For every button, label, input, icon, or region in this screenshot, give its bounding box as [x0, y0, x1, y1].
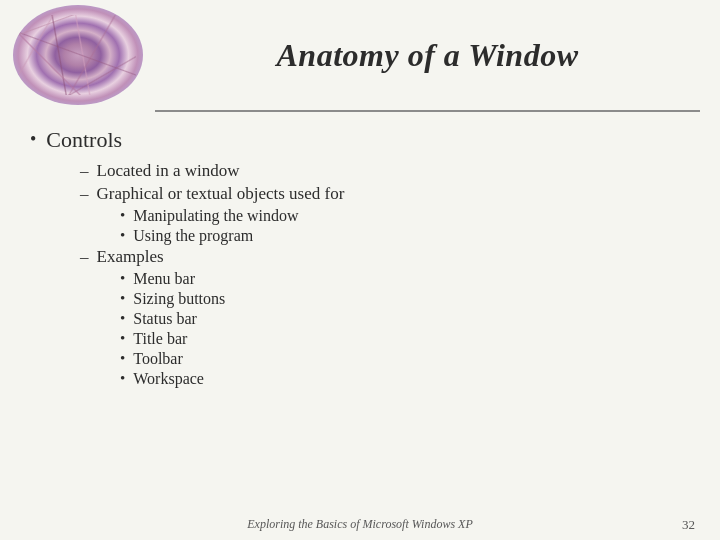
sub-dash-3: – — [80, 247, 89, 267]
small-text-toolbar: Toolbar — [133, 350, 183, 368]
main-bullet-icon: • — [30, 129, 36, 150]
slide-footer: Exploring the Basics of Microsoft Window… — [0, 509, 720, 540]
sub-sub-item-using: • Using the program — [120, 227, 690, 245]
footer-text: Exploring the Basics of Microsoft Window… — [247, 517, 473, 532]
sub-dash-1: – — [80, 161, 89, 181]
main-bullet-controls: • Controls — [30, 127, 690, 153]
small-text-manipulating: Manipulating the window — [133, 207, 298, 225]
sub-item-examples: – Examples — [80, 247, 690, 267]
sub-sub-item-menubar: • Menu bar — [120, 270, 690, 288]
sub-text-examples: Examples — [97, 247, 164, 267]
sub-sub-item-sizing: • Sizing buttons — [120, 290, 690, 308]
decorative-circle-image — [13, 5, 143, 105]
main-bullet-label: Controls — [46, 127, 122, 153]
small-text-workspace: Workspace — [133, 370, 204, 388]
small-bullet-3: • — [120, 270, 125, 287]
sub-sub-item-statusbar: • Status bar — [120, 310, 690, 328]
small-text-menubar: Menu bar — [133, 270, 195, 288]
sub-text-graphical: Graphical or textual objects used for — [97, 184, 345, 204]
small-bullet-4: • — [120, 290, 125, 307]
small-bullet-1: • — [120, 207, 125, 224]
small-text-using: Using the program — [133, 227, 253, 245]
slide-content: • Controls – Located in a window – Graph… — [0, 112, 720, 509]
title-area: Anatomy of a Window — [155, 37, 720, 74]
small-bullet-8: • — [120, 370, 125, 387]
sub-sub-item-manipulating: • Manipulating the window — [120, 207, 690, 225]
small-bullet-5: • — [120, 310, 125, 327]
controls-sub-items: – Located in a window – Graphical or tex… — [80, 161, 690, 388]
small-bullet-7: • — [120, 350, 125, 367]
small-text-sizing: Sizing buttons — [133, 290, 225, 308]
small-text-titlebar: Title bar — [133, 330, 187, 348]
header-image — [0, 0, 155, 110]
small-bullet-2: • — [120, 227, 125, 244]
sub-item-located: – Located in a window — [80, 161, 690, 181]
slide: Anatomy of a Window • Controls – Located… — [0, 0, 720, 540]
sub-sub-item-workspace: • Workspace — [120, 370, 690, 388]
graphical-sub-items: • Manipulating the window • Using the pr… — [120, 207, 690, 245]
sub-text-located: Located in a window — [97, 161, 240, 181]
sub-item-graphical: – Graphical or textual objects used for — [80, 184, 690, 204]
page-number: 32 — [682, 517, 695, 533]
examples-sub-items: • Menu bar • Sizing buttons • Status bar… — [120, 270, 690, 388]
sub-dash-2: – — [80, 184, 89, 204]
slide-title: Anatomy of a Window — [277, 37, 579, 74]
sub-sub-item-toolbar: • Toolbar — [120, 350, 690, 368]
small-bullet-6: • — [120, 330, 125, 347]
slide-header: Anatomy of a Window — [0, 0, 720, 110]
small-text-statusbar: Status bar — [133, 310, 197, 328]
sub-sub-item-titlebar: • Title bar — [120, 330, 690, 348]
